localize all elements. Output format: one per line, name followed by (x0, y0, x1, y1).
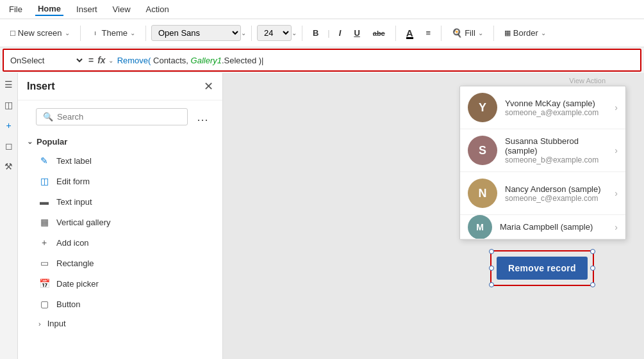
fx-area: fx ⌄ (97, 55, 113, 65)
list-item-add-icon[interactable]: + Add icon (18, 232, 222, 253)
border-chevron: ⌄ (541, 29, 546, 36)
avatar-4: M (468, 215, 492, 239)
avatar-2: S (468, 136, 497, 165)
avatar-placeholder-1: Y (479, 101, 486, 115)
list-item-vertical-gallery[interactable]: ▦ Vertical gallery (18, 212, 222, 232)
font-size-select[interactable]: 24 (257, 25, 292, 41)
gallery-item-4[interactable]: M Maria Campbell (sample) › (460, 215, 625, 239)
gallery-item-2[interactable]: S Susanna Stubberod (sample) someone_b@e… (460, 129, 625, 172)
gallery-chevron-3: › (615, 188, 618, 198)
main-area: ☰ ◫ + ◻ ⚒ Insert ✕ 🔍 ⋯ ⌄ Popular (0, 73, 644, 359)
list-item-text-label[interactable]: ✎ Text label (18, 150, 222, 171)
handle-br[interactable] (590, 282, 595, 287)
category-popular[interactable]: ⌄ Popular (18, 133, 222, 150)
gallery-chevron-2: › (615, 145, 618, 156)
panel-close-button[interactable]: ✕ (204, 79, 213, 93)
handle-tr[interactable] (590, 249, 595, 254)
text-input-text: Text input (56, 197, 92, 207)
new-screen-button[interactable]: □ New screen ⌄ (5, 26, 75, 40)
button-text: Button (56, 299, 81, 309)
gallery-widget: Y Yvonne McKay (sample) someone_a@exampl… (459, 86, 625, 286)
font-color-button[interactable]: A (401, 25, 418, 42)
border-button[interactable]: ▦ Border ⌄ (499, 26, 551, 40)
controls-icon[interactable]: ⚒ (3, 160, 15, 173)
separator-5 (395, 26, 396, 41)
align-button[interactable]: ≡ (421, 26, 436, 40)
formula-content[interactable]: Remove( Contacts, Gallery1.Selected )| (117, 56, 264, 65)
canvas-area[interactable]: View Action Y Yvonne McKay (sample) some… (223, 73, 644, 359)
input-text: Input (47, 319, 66, 328)
insert-panel: Insert ✕ 🔍 ⋯ ⌄ Popular ✎ Text label ◫ Ed… (18, 73, 223, 359)
avatar-placeholder-2: S (479, 144, 486, 157)
category-chevron: ⌄ (27, 138, 33, 146)
contact-name-2: Susanna Stubberod (sample) (505, 136, 607, 156)
edit-form-icon: ◫ (38, 175, 50, 187)
view-action-label: View Action (569, 77, 606, 84)
handle-ml[interactable] (489, 266, 494, 271)
button-icon: ▢ (38, 298, 50, 310)
add-icon-icon: + (38, 237, 50, 248)
menu-home[interactable]: Home (35, 3, 63, 16)
fill-icon: 🍳 (452, 28, 462, 38)
remove-record-button[interactable]: Remove record (497, 257, 588, 280)
separator-1 (80, 26, 81, 41)
list-item-input[interactable]: › Input (18, 314, 222, 333)
search-input[interactable] (57, 112, 181, 122)
separator-italic: | (327, 28, 329, 38)
separator-3 (251, 26, 252, 41)
text-label-text: Text label (56, 156, 92, 166)
list-item-rectangle[interactable]: ▭ Rectangle (18, 253, 222, 273)
list-item-date-picker[interactable]: 📅 Date picker (18, 273, 222, 294)
font-chevron: ⌄ (241, 29, 246, 36)
italic-button[interactable]: I (334, 26, 347, 40)
underline-button[interactable]: U (349, 26, 365, 40)
equals-sign: = (88, 55, 94, 65)
menu-insert[interactable]: Insert (74, 3, 100, 15)
font-select[interactable]: Open Sans (151, 25, 241, 41)
menu-file[interactable]: File (6, 3, 25, 15)
list-item-text-input[interactable]: ▬ Text input (18, 191, 222, 212)
handle-bl[interactable] (489, 282, 494, 287)
edit-form-text: Edit form (56, 177, 90, 186)
gallery-item-3[interactable]: N Nancy Anderson (sample) someone_c@exam… (460, 172, 625, 215)
list-item-edit-form[interactable]: ◫ Edit form (18, 171, 222, 191)
menu-bar: File Home Insert View Action (0, 0, 644, 19)
list-item-button[interactable]: ▢ Button (18, 294, 222, 314)
separator-4 (302, 26, 302, 41)
rectangle-text: Rectangle (56, 259, 94, 268)
input-chevron: › (38, 320, 41, 328)
contact-info-2: Susanna Stubberod (sample) someone_b@exa… (505, 136, 607, 164)
panel-more-button[interactable]: ⋯ (197, 113, 208, 127)
gallery-list: Y Yvonne McKay (sample) someone_a@exampl… (459, 86, 626, 240)
theme-button[interactable]: ︲ Theme ⌄ (86, 25, 140, 42)
gallery-item-1[interactable]: Y Yvonne McKay (sample) someone_a@exampl… (460, 86, 625, 129)
avatar-1: Y (468, 93, 497, 122)
left-icon-bar: ☰ ◫ + ◻ ⚒ (0, 73, 18, 359)
gallery-chevron-1: › (615, 102, 618, 113)
date-picker-icon: 📅 (38, 278, 50, 289)
separator-2 (145, 26, 146, 41)
hamburger-icon[interactable]: ☰ (3, 78, 15, 91)
text-input-icon: ▬ (38, 196, 50, 207)
handle-mr[interactable] (590, 266, 595, 271)
remove-record-wrapper: Remove record (490, 250, 594, 286)
strikethrough-button[interactable]: abc (368, 27, 390, 40)
avatar-3: N (468, 179, 497, 208)
date-picker-text: Date picker (56, 279, 99, 289)
insert-icon[interactable]: + (3, 119, 15, 132)
add-icon-text: Add icon (56, 238, 89, 248)
property-select[interactable]: OnSelect (8, 55, 85, 66)
handle-tl[interactable] (489, 249, 494, 254)
components-icon[interactable]: ◻ (3, 140, 15, 152)
avatar-placeholder-4: M (476, 222, 484, 232)
menu-action[interactable]: Action (144, 3, 172, 15)
formula-gallery: Gallery1 (191, 56, 222, 65)
formula-func: Remove( (117, 56, 151, 65)
fill-button[interactable]: 🍳 Fill ⌄ (447, 26, 488, 40)
contact-email-3: someone_c@example.com (505, 194, 607, 203)
contact-info-1: Yvonne McKay (sample) someone_a@example.… (505, 99, 607, 117)
menu-view[interactable]: View (110, 3, 133, 15)
fx-icon: fx (97, 55, 105, 65)
bold-button[interactable]: B (308, 26, 324, 40)
layers-icon[interactable]: ◫ (3, 99, 15, 111)
